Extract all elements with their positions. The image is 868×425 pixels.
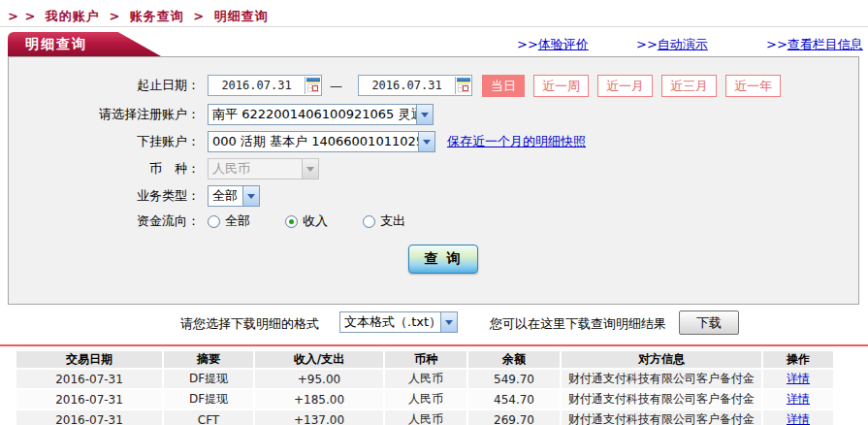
link-arrows: >>: [636, 37, 658, 51]
header-amount: 收入/支出: [255, 351, 383, 368]
header-action: 操作: [763, 351, 833, 368]
currency-label: 币 种：: [9, 160, 200, 178]
cell-currency: 人民币: [385, 410, 466, 425]
flow-all-label: 全部: [225, 212, 250, 230]
cell-summary: DF提现: [164, 370, 253, 388]
start-date-input[interactable]: [209, 79, 305, 92]
download-format-select[interactable]: 文本格式（.txt）: [339, 311, 458, 333]
breadcrumb-prefix: > >: [8, 9, 36, 23]
business-type-select[interactable]: 全部: [208, 185, 260, 207]
currency-select: 人民币: [208, 158, 319, 180]
breadcrumb-separator: >: [193, 9, 205, 23]
auto-demo-label: 自动演示: [658, 37, 708, 51]
currency-row: 币 种： 人民币: [9, 157, 858, 180]
quick-range-month-button[interactable]: 近一月: [597, 75, 653, 97]
cell-amount: +185.00: [255, 390, 383, 409]
save-snapshot-link[interactable]: 保存近一个月的明细快照: [447, 133, 586, 150]
quick-range-quarter-button[interactable]: 近三月: [661, 75, 717, 97]
radio-checked-icon: [285, 215, 298, 228]
cell-balance: 549.70: [468, 370, 560, 388]
chevron-down-icon[interactable]: [440, 312, 457, 332]
cell-summary: CFT: [164, 410, 253, 425]
flow-income-radio[interactable]: 收入: [285, 212, 328, 230]
breadcrumb-separator: >: [109, 9, 120, 23]
query-form-panel: 起止日期： — 当日 近一周 近一月 近三月 近一年 请选择注册账户： 南平 6…: [8, 56, 859, 305]
end-date-field: [358, 75, 472, 96]
table-row: 2016-07-31 DF提现 +185.00 人民币 454.70 财付通支付…: [16, 390, 833, 409]
cell-currency: 人民币: [385, 390, 466, 409]
header-currency: 币种: [385, 351, 466, 368]
query-button[interactable]: 查 询: [408, 245, 478, 274]
header-counterparty: 对方信息: [562, 351, 761, 368]
calendar-icon[interactable]: [305, 77, 321, 94]
download-hint-label: 您可以在这里下载查询明细结果: [490, 315, 666, 333]
quick-range-year-button[interactable]: 近一年: [725, 75, 781, 97]
divider: [0, 26, 868, 27]
radio-icon: [363, 215, 375, 228]
header-balance: 余额: [468, 351, 560, 368]
registered-account-value: 南平 6222001406100921065 灵通卡: [209, 106, 416, 123]
end-date-input[interactable]: [359, 79, 455, 92]
flow-expense-label: 支出: [380, 212, 405, 230]
cell-counterparty: 财付通支付科技有限公司客户备付金: [562, 370, 761, 388]
auto-demo-link[interactable]: >>自动演示: [636, 36, 708, 53]
cell-currency: 人民币: [385, 370, 466, 388]
registered-account-row: 请选择注册账户： 南平 6222001406100921065 灵通卡: [9, 103, 858, 126]
chevron-down-icon: [302, 159, 318, 179]
cell-summary: DF提现: [164, 390, 253, 409]
detail-query-page: > > 我的账户 > 账务查询 > 明细查询 明细查询 >>体验评价 >>自动演…: [0, 0, 868, 425]
fund-flow-label: 资金流向：: [9, 212, 200, 230]
column-info-link[interactable]: >>查看栏目信息: [766, 36, 863, 53]
cell-balance: 269.70: [468, 410, 560, 425]
link-arrows: >>: [517, 37, 538, 51]
download-format-label: 请您选择下载明细的格式: [180, 315, 319, 333]
breadcrumb-item-my-account[interactable]: 我的账户: [46, 9, 100, 23]
sub-account-row: 下挂账户： 000 活期 基本户 1406600101102571848 保存近…: [9, 130, 858, 153]
currency-value: 人民币: [209, 160, 302, 178]
experience-review-label: 体验评价: [538, 37, 589, 51]
flow-all-radio[interactable]: 全部: [208, 212, 250, 230]
header-date: 交易日期: [16, 351, 162, 368]
quick-range-week-button[interactable]: 近一周: [533, 75, 589, 97]
cell-amount: +137.00: [255, 410, 383, 425]
table-row: 2016-07-31 CFT +137.00 人民币 269.70 财付通支付科…: [16, 410, 833, 425]
link-arrows: >>: [766, 37, 788, 51]
cell-date: 2016-07-31: [16, 370, 162, 388]
calendar-icon[interactable]: [455, 77, 471, 94]
start-date-field: [208, 75, 322, 96]
fund-flow-row: 资金流向： 全部 收入 支出: [9, 210, 858, 233]
tab-detail-query[interactable]: 明细查询: [8, 32, 161, 56]
experience-review-link[interactable]: >>体验评价: [517, 36, 589, 53]
detail-link[interactable]: 详情: [787, 372, 810, 385]
sub-account-value: 000 活期 基本户 1406600101102571848: [209, 133, 418, 150]
detail-link[interactable]: 详情: [787, 412, 810, 425]
chevron-down-icon[interactable]: [416, 105, 433, 124]
breadcrumb-item-account-query[interactable]: 账务查询: [130, 9, 184, 23]
business-type-label: 业务类型：: [9, 187, 200, 205]
column-info-label: 查看栏目信息: [788, 37, 863, 51]
download-row: 请您选择下载明细的格式 文本格式（.txt） 您可以在这里下载查询明细结果 下载: [0, 311, 868, 336]
quick-range-today-button[interactable]: 当日: [482, 75, 525, 97]
sub-account-select[interactable]: 000 活期 基本户 1406600101102571848: [208, 131, 435, 152]
table-header-row: 交易日期 摘要 收入/支出 币种 余额 对方信息 操作: [16, 351, 833, 368]
date-dash: —: [330, 79, 342, 93]
registered-account-label: 请选择注册账户：: [9, 106, 200, 123]
red-divider: [0, 344, 868, 346]
breadcrumb-item-detail-query[interactable]: 明细查询: [214, 9, 269, 23]
cell-counterparty: 财付通支付科技有限公司客户备付金: [562, 390, 761, 409]
date-range-label: 起止日期：: [9, 77, 200, 94]
download-format-value: 文本格式（.txt）: [340, 313, 440, 331]
chevron-down-icon[interactable]: [418, 132, 434, 151]
cell-balance: 454.70: [468, 390, 560, 409]
detail-link[interactable]: 详情: [787, 392, 810, 406]
chevron-down-icon[interactable]: [242, 186, 259, 206]
cell-date: 2016-07-31: [16, 410, 162, 425]
flow-expense-radio[interactable]: 支出: [363, 212, 405, 230]
cell-date: 2016-07-31: [16, 390, 162, 409]
table-row: 2016-07-31 DF提现 +95.00 人民币 549.70 财付通支付科…: [16, 370, 833, 388]
radio-icon: [208, 215, 220, 228]
cell-counterparty: 财付通支付科技有限公司客户备付金: [562, 410, 761, 425]
business-type-row: 业务类型： 全部: [9, 184, 858, 208]
download-button[interactable]: 下载: [679, 311, 739, 335]
registered-account-select[interactable]: 南平 6222001406100921065 灵通卡: [208, 104, 434, 125]
